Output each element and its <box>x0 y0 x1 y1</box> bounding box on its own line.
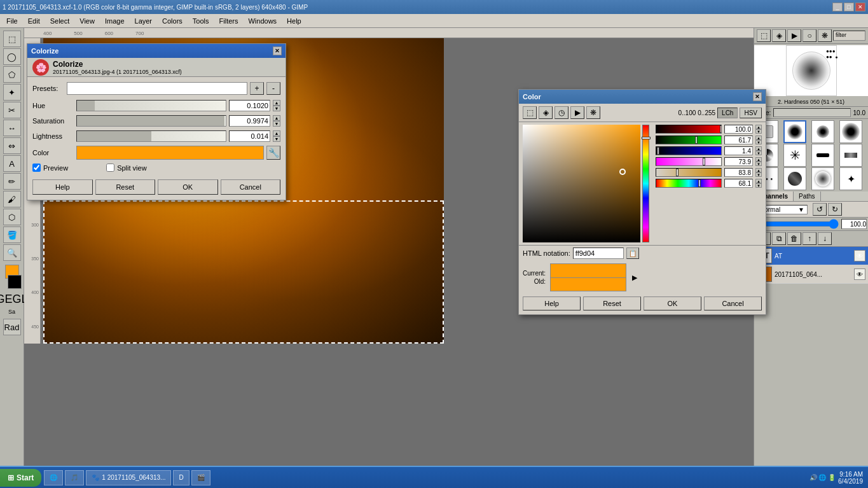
hue-down[interactable]: ▼ <box>273 106 280 111</box>
brush-cell-12[interactable]: ✦ <box>839 167 862 190</box>
brush-cell-11[interactable] <box>811 167 834 190</box>
swap-colors-btn[interactable]: ▶ <box>628 263 641 291</box>
menu-file[interactable]: File <box>1 16 23 26</box>
menu-image[interactable]: Image <box>100 16 130 26</box>
hue-up[interactable]: ▲ <box>273 100 280 106</box>
cp-reset-btn[interactable]: Reset <box>583 296 641 310</box>
color-swatch[interactable] <box>76 146 264 160</box>
b-down[interactable]: ▼ <box>755 151 762 155</box>
menu-select[interactable]: Select <box>45 16 75 26</box>
menu-colors[interactable]: Colors <box>157 16 188 26</box>
b-slider[interactable] <box>656 146 722 155</box>
brush-cell-8[interactable] <box>839 144 862 167</box>
colorize-help-btn[interactable]: Help <box>32 179 93 195</box>
colorize-cancel-btn[interactable]: Cancel <box>221 179 281 195</box>
c-up[interactable]: ▲ <box>755 168 762 172</box>
menu-windows[interactable]: Windows <box>243 16 282 26</box>
brush-icon-2[interactable]: ◈ <box>772 29 786 42</box>
saturation-slider[interactable] <box>76 115 226 127</box>
c-slider[interactable] <box>656 168 722 177</box>
tab-paths[interactable]: Paths <box>794 192 821 201</box>
cp-icon-3[interactable]: ◷ <box>555 106 568 119</box>
presets-remove-btn[interactable]: - <box>266 82 280 95</box>
menu-layer[interactable]: Layer <box>130 16 158 26</box>
tool-rectangle-select[interactable]: ⬚ <box>3 31 21 47</box>
close-button[interactable]: ✕ <box>855 3 865 11</box>
colorize-close-btn[interactable]: ✕ <box>273 46 282 55</box>
h-up[interactable]: ▲ <box>755 179 762 183</box>
taskbar-extra[interactable]: 🎬 <box>191 470 210 485</box>
l-slider[interactable] <box>656 157 722 166</box>
cp-mode-hsv[interactable]: HSV <box>740 108 762 118</box>
lightness-slider[interactable] <box>76 130 226 142</box>
r-input[interactable] <box>724 125 753 134</box>
opacity-input[interactable] <box>841 219 867 229</box>
layer1-visibility[interactable]: 👁 <box>854 250 865 261</box>
tool-fuzzy-select[interactable]: ✦ <box>3 84 21 101</box>
start-button[interactable]: ⊞ Start <box>0 469 41 487</box>
minimize-button[interactable]: _ <box>832 3 843 11</box>
g-down[interactable]: ▼ <box>755 140 762 144</box>
taskbar-media[interactable]: 🎵 <box>65 470 84 485</box>
menu-tools[interactable]: Tools <box>188 16 214 26</box>
brush-size-slider[interactable] <box>773 108 850 117</box>
r-slider[interactable] <box>656 125 722 134</box>
cp-icon-4[interactable]: ▶ <box>570 106 584 119</box>
undo-icon[interactable]: ↺ <box>813 203 827 216</box>
redo-icon[interactable]: ↻ <box>828 203 842 216</box>
saturation-up[interactable]: ▲ <box>273 115 280 121</box>
cp-gradient-box[interactable] <box>523 125 640 242</box>
brush-icon-4[interactable]: ○ <box>803 29 816 42</box>
html-notation-input[interactable] <box>573 247 624 259</box>
l-input[interactable] <box>724 157 753 166</box>
cp-ok-btn[interactable]: OK <box>644 296 701 310</box>
h-input[interactable] <box>724 179 753 188</box>
tool-color-picker[interactable]: 🔍 <box>3 244 21 261</box>
tool-flip[interactable]: ⇔ <box>3 137 21 154</box>
background-color[interactable] <box>8 275 22 289</box>
color-dialog-close[interactable]: ✕ <box>753 92 762 101</box>
tool-rad[interactable]: Rad <box>3 319 21 335</box>
cp-cancel-btn[interactable]: Cancel <box>704 296 762 310</box>
b-input[interactable] <box>724 146 753 155</box>
tool-eraser[interactable]: ⬡ <box>3 209 21 225</box>
delete-layer-btn[interactable]: 🗑 <box>787 232 801 245</box>
cp-spectrum-strip[interactable] <box>642 125 649 242</box>
brush-icon-5[interactable]: ❋ <box>818 29 832 42</box>
presets-add-btn[interactable]: + <box>250 82 264 95</box>
copy-html-btn[interactable]: 📋 <box>626 247 639 259</box>
tool-paintbrush[interactable]: 🖌 <box>3 191 21 207</box>
h-slider[interactable] <box>656 179 722 188</box>
cp-mode-lch[interactable]: LCh <box>717 108 738 118</box>
brush-cell-10[interactable] <box>783 167 806 190</box>
brush-filter-input[interactable]: filter <box>833 31 865 41</box>
c-down[interactable]: ▼ <box>755 172 762 177</box>
tool-free-select[interactable]: ⬠ <box>3 66 21 83</box>
tool-bucket-fill[interactable]: 🪣 <box>3 227 21 243</box>
cp-help-btn[interactable]: Help <box>523 296 581 310</box>
presets-select[interactable] <box>67 82 247 95</box>
colorize-reset-btn[interactable]: Reset <box>95 179 156 195</box>
brush-icon-3[interactable]: ▶ <box>787 29 801 42</box>
opacity-slider[interactable] <box>757 220 839 228</box>
menu-view[interactable]: View <box>74 16 100 26</box>
brush-icon-1[interactable]: ⬚ <box>757 29 771 42</box>
tool-ellipse-select[interactable]: ◯ <box>3 48 21 65</box>
cp-icon-1[interactable]: ⬚ <box>523 106 537 119</box>
g-up[interactable]: ▲ <box>755 136 762 140</box>
cp-icon-5[interactable]: ❋ <box>586 106 600 119</box>
brush-cell-2[interactable] <box>783 120 806 143</box>
current-color-swatch[interactable] <box>551 264 626 277</box>
taskbar-dict[interactable]: D <box>173 470 189 485</box>
hue-slider[interactable] <box>76 100 226 111</box>
c-input[interactable] <box>724 168 753 177</box>
tool-text[interactable]: A <box>3 155 21 172</box>
colorize-ok-btn[interactable]: OK <box>158 179 218 195</box>
layer2-visibility[interactable]: 👁 <box>854 268 865 280</box>
layer-down-btn[interactable]: ↓ <box>818 232 832 245</box>
tool-transform[interactable]: ↔ <box>3 120 21 136</box>
menu-help[interactable]: Help <box>282 16 307 26</box>
taskbar-gimp[interactable]: 🐾 1 20171105_064313... <box>86 470 171 485</box>
layer-row-2[interactable]: 20171105_064... 👁 <box>754 265 868 284</box>
lightness-down[interactable]: ▼ <box>273 136 280 142</box>
